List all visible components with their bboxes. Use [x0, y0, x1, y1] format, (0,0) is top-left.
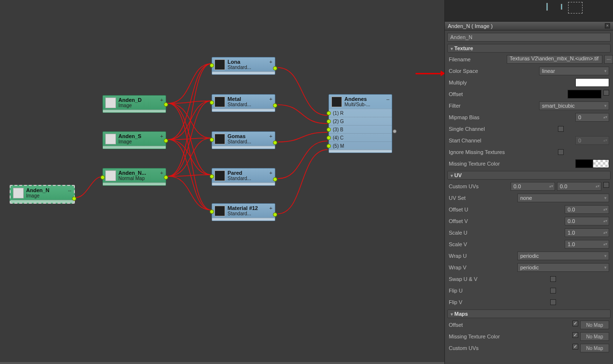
collapse-icon[interactable]: --: [68, 187, 71, 193]
node-andenes[interactable]: AndenesMulti/Sub-...– (1) R (2) G (3) B …: [328, 94, 392, 153]
custom-uvs-x[interactable]: 0.0▴▾: [511, 182, 555, 191]
expand-icon[interactable]: +: [270, 133, 272, 139]
node-pared[interactable]: ParedStandard...+: [212, 168, 275, 186]
section-texture[interactable]: Texture: [447, 44, 611, 53]
section-uv[interactable]: UV: [447, 171, 611, 180]
node-title: Anden_N: [26, 187, 49, 193]
start-channel-spinner: 0▴▾: [575, 136, 609, 145]
filename-input[interactable]: Texturas V2\anden_mbx_N.<udim>.tif: [507, 55, 602, 64]
sub-material-row[interactable]: (3) B: [329, 125, 392, 133]
node-anden-s[interactable]: Anden_SImage+: [102, 131, 166, 149]
mini-map[interactable]: [445, 0, 613, 22]
expand-icon[interactable]: +: [160, 97, 163, 103]
filter-select[interactable]: smart_bicubic▾: [539, 101, 609, 110]
offset-check[interactable]: [603, 90, 609, 96]
output-port[interactable]: [164, 102, 168, 107]
mipmap-spinner[interactable]: 0▴▾: [575, 113, 609, 122]
node-lona[interactable]: LonaStandard...+: [212, 57, 275, 75]
swap-uv-check[interactable]: [550, 276, 556, 282]
sub-material-row[interactable]: (5) M: [329, 141, 392, 150]
custom-uvs-check[interactable]: [603, 182, 609, 188]
close-icon[interactable]: ×: [605, 23, 610, 28]
sub-material-row[interactable]: (1) R: [329, 109, 392, 117]
map-misstex-check[interactable]: [572, 332, 578, 338]
node-subtitle: Image: [26, 193, 49, 198]
wrap-u-select[interactable]: periodic▾: [517, 252, 609, 260]
expand-icon[interactable]: +: [270, 205, 272, 211]
map-offset-button[interactable]: No Map: [580, 321, 609, 329]
output-port[interactable]: [164, 139, 168, 143]
node-thumbnail: [13, 188, 24, 198]
output-port[interactable]: [72, 196, 76, 201]
offset-u[interactable]: 0.0▴▾: [565, 205, 609, 214]
colorspace-select[interactable]: linear▾: [539, 67, 609, 75]
missing-alpha[interactable]: [593, 159, 609, 168]
expand-icon[interactable]: +: [270, 59, 272, 65]
sub-material-row[interactable]: (2) G: [329, 117, 392, 125]
panel-title: Anden_N ( Image ): [448, 23, 493, 29]
offset-color[interactable]: [568, 90, 601, 98]
map-customuvs-button[interactable]: No Map: [580, 344, 609, 352]
node-gomas[interactable]: GomasStandard...+: [212, 131, 275, 149]
expand-icon[interactable]: +: [270, 170, 272, 176]
expand-icon[interactable]: +: [160, 133, 163, 139]
wrap-v-select[interactable]: periodic▾: [517, 263, 609, 272]
node-editor-canvas[interactable]: Anden_N Image -- Anden_DImage+ Anden_SIm…: [0, 0, 444, 364]
node-anden-d[interactable]: Anden_DImage+: [102, 95, 166, 113]
node-material-12[interactable]: Material #12Standard...+: [212, 203, 275, 221]
expand-icon[interactable]: +: [270, 96, 272, 102]
node-name-input[interactable]: Anden_N: [447, 33, 611, 42]
node-metal[interactable]: MetalStandard...+: [212, 94, 275, 112]
scale-v[interactable]: 1.0▴▾: [565, 240, 609, 249]
collapse-icon[interactable]: –: [386, 96, 389, 102]
map-misstex-button[interactable]: No Map: [580, 332, 609, 341]
map-customuvs-check[interactable]: [572, 344, 578, 350]
expand-icon[interactable]: +: [160, 170, 163, 176]
annotation-arrow: [415, 70, 444, 77]
multiply-color[interactable]: [575, 78, 609, 87]
flip-v-check[interactable]: [550, 299, 556, 305]
map-offset-check[interactable]: [572, 321, 578, 326]
output-port[interactable]: [164, 175, 168, 180]
uvset-select[interactable]: none▾: [517, 194, 609, 202]
panel-title-bar[interactable]: Anden_N ( Image ) ×: [445, 22, 613, 30]
missing-color[interactable]: [575, 159, 593, 168]
section-maps[interactable]: Maps: [447, 309, 611, 318]
node-anden-nmap[interactable]: Anden_N...Normal Map+: [102, 168, 166, 186]
properties-panel: Anden_N ( Image ) × Anden_N Texture File…: [444, 0, 613, 364]
scale-u[interactable]: 1.0▴▾: [565, 228, 609, 237]
custom-uvs-y[interactable]: 0.0▴▾: [557, 182, 601, 191]
sub-material-row[interactable]: (4) C: [329, 133, 392, 141]
output-port[interactable]: [393, 129, 397, 133]
single-channel-check[interactable]: [558, 126, 564, 132]
flip-u-check[interactable]: [550, 288, 556, 294]
offset-v[interactable]: 0.0▴▾: [565, 217, 609, 225]
browse-button[interactable]: ...: [604, 55, 613, 64]
input-port[interactable]: [100, 175, 105, 180]
ignore-missing-check[interactable]: [558, 149, 564, 155]
node-anden-n-image[interactable]: Anden_N Image --: [10, 185, 75, 204]
